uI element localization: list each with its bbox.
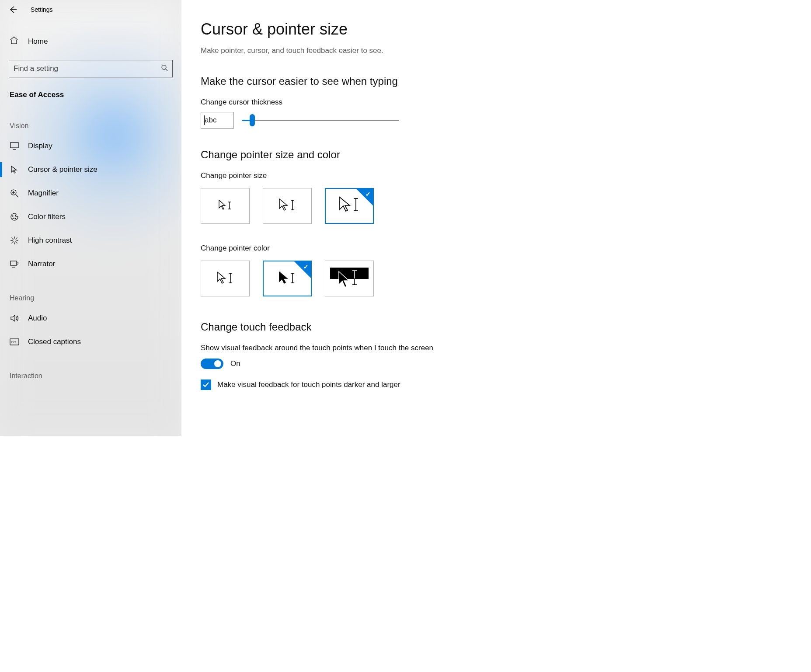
- color-label: Change pointer color: [201, 244, 503, 253]
- preview-text: abc: [205, 116, 216, 125]
- narrator-icon: [10, 259, 19, 269]
- title: Settings: [31, 6, 53, 13]
- svg-point-9: [12, 216, 13, 216]
- group-vision: Vision: [0, 104, 181, 134]
- svg-marker-23: [11, 315, 15, 321]
- pointer-size-large[interactable]: ✓: [325, 188, 374, 224]
- svg-line-19: [17, 238, 17, 239]
- nav-label: Color filters: [28, 212, 66, 221]
- darker-label: Make visual feedback for touch points da…: [217, 380, 400, 389]
- back-button[interactable]: [8, 5, 17, 14]
- caret-icon: [204, 115, 205, 125]
- nav-display[interactable]: Display: [0, 134, 181, 158]
- sidebar: Settings Home Ease of Access Vision Disp…: [0, 0, 181, 436]
- nav-magnifier[interactable]: Magnifier: [0, 181, 181, 205]
- nav-color-filters[interactable]: Color filters: [0, 205, 181, 229]
- search-box[interactable]: [9, 60, 173, 77]
- svg-point-10: [13, 218, 14, 219]
- pointer-size-small[interactable]: [201, 188, 250, 224]
- svg-rect-21: [10, 261, 17, 265]
- pointer-color-options: ✓: [201, 261, 503, 296]
- nav-high-contrast[interactable]: High contrast: [0, 229, 181, 252]
- home-icon: [10, 36, 18, 47]
- cursor-icon: [10, 165, 19, 174]
- group-hearing: Hearing: [0, 276, 181, 306]
- section-touch: Change touch feedback: [201, 321, 503, 333]
- thickness-preview: abc: [201, 112, 234, 129]
- pointer-color-black[interactable]: ✓: [263, 261, 312, 296]
- svg-point-11: [15, 218, 16, 219]
- svg-point-12: [13, 239, 16, 242]
- nav-label: Audio: [28, 314, 47, 323]
- page-title: Cursor & pointer size: [201, 20, 503, 38]
- palette-icon: [10, 212, 19, 222]
- section-cursor: Make the cursor easier to see when typin…: [201, 75, 503, 87]
- check-icon: ✓: [365, 191, 371, 198]
- svg-line-2: [166, 69, 167, 71]
- svg-rect-41: [330, 268, 369, 279]
- nav-label: Display: [28, 142, 52, 150]
- nav-cursor-pointer-size[interactable]: Cursor & pointer size: [0, 158, 181, 181]
- section-pointer: Change pointer size and color: [201, 149, 503, 161]
- page-subtitle: Make pointer, cursor, and touch feedback…: [201, 46, 503, 55]
- pointer-color-inverted[interactable]: [325, 261, 374, 296]
- svg-line-18: [17, 243, 17, 244]
- touch-label: Show visual feedback around the touch po…: [201, 344, 503, 352]
- home-label: Home: [28, 37, 48, 46]
- brightness-icon: [10, 236, 19, 245]
- nav-label: High contrast: [28, 236, 72, 245]
- svg-point-1: [162, 65, 166, 70]
- touch-toggle[interactable]: [201, 359, 223, 369]
- pointer-size-medium[interactable]: [263, 188, 312, 224]
- category-title: Ease of Access: [0, 77, 181, 104]
- touch-state: On: [230, 359, 240, 368]
- touch-toggle-row: On: [201, 359, 503, 369]
- nav-home[interactable]: Home: [0, 31, 181, 52]
- darker-row: Make visual feedback for touch points da…: [201, 380, 503, 390]
- display-icon: [10, 141, 19, 151]
- slider-thumb[interactable]: [250, 114, 255, 126]
- nav-label: Magnifier: [28, 189, 59, 198]
- svg-line-17: [12, 238, 13, 239]
- pointer-size-options: ✓: [201, 188, 503, 224]
- nav-label: Narrator: [28, 260, 55, 268]
- svg-text:CC: CC: [11, 340, 16, 344]
- svg-rect-3: [10, 143, 18, 148]
- magnifier-icon: [10, 188, 19, 198]
- darker-checkbox[interactable]: [201, 380, 211, 390]
- nav-label: Closed captions: [28, 338, 81, 346]
- cc-icon: CC: [10, 337, 19, 347]
- search-icon: [161, 64, 168, 73]
- audio-icon: [10, 313, 19, 323]
- search-input[interactable]: [14, 64, 161, 73]
- svg-line-6: [16, 195, 18, 197]
- group-interaction: Interaction: [0, 354, 181, 384]
- nav-label: Cursor & pointer size: [28, 165, 97, 174]
- check-icon: ✓: [303, 263, 309, 270]
- nav-audio[interactable]: Audio: [0, 306, 181, 330]
- titlebar: Settings: [0, 0, 181, 19]
- pointer-color-white[interactable]: [201, 261, 250, 296]
- thickness-label: Change cursor thickness: [201, 98, 503, 107]
- size-label: Change pointer size: [201, 171, 503, 180]
- main-content: Cursor & pointer size Make pointer, curs…: [181, 0, 522, 436]
- thickness-row: abc: [201, 112, 503, 129]
- thickness-slider[interactable]: [242, 114, 399, 126]
- nav-closed-captions[interactable]: CC Closed captions: [0, 330, 181, 354]
- svg-line-20: [12, 243, 13, 244]
- nav-narrator[interactable]: Narrator: [0, 252, 181, 276]
